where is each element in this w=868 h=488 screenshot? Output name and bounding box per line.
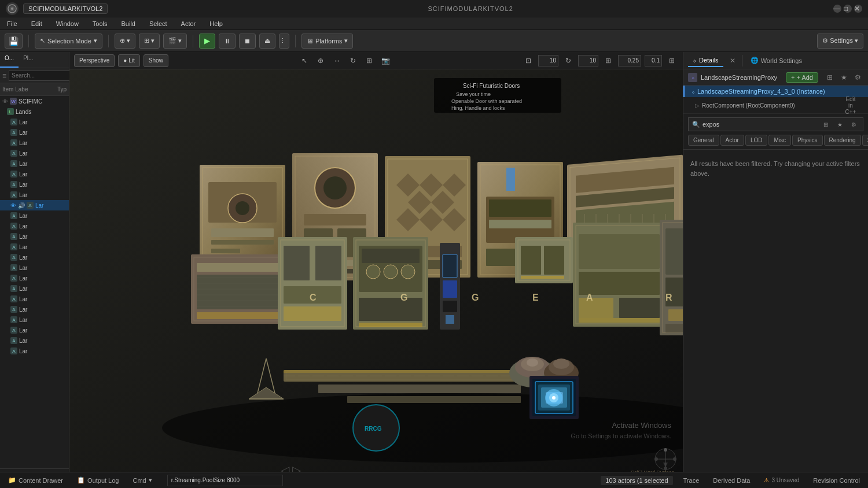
- details-search-input[interactable]: [703, 121, 818, 128]
- details-close-button[interactable]: ✕: [727, 55, 738, 66]
- filter-lod[interactable]: LOD: [745, 135, 768, 146]
- menu-help[interactable]: Help: [207, 19, 225, 28]
- selection-mode-button[interactable]: ↖ Selection Mode ▾: [35, 34, 102, 49]
- root-component-item[interactable]: ▷ RootComponent (RootComponent0) Edit in…: [683, 97, 868, 114]
- grid-button[interactable]: ⊞ ▾: [139, 34, 160, 49]
- select-icon[interactable]: ↖: [298, 54, 311, 67]
- list-item[interactable]: A Lar: [0, 148, 69, 158]
- list-item[interactable]: A Lar: [0, 294, 69, 304]
- list-item[interactable]: A Lar: [0, 169, 69, 179]
- outliner-menu-icon[interactable]: ≡: [2, 72, 6, 80]
- cmd-input[interactable]: [167, 475, 283, 486]
- perspective-button[interactable]: Perspective: [74, 54, 115, 67]
- list-item[interactable]: A Lar: [0, 127, 69, 138]
- list-item[interactable]: A Lar: [0, 221, 69, 231]
- list-item[interactable]: A Lar: [0, 179, 69, 190]
- grid-view-button[interactable]: ⊞: [824, 72, 836, 83]
- unsaved-button[interactable]: ⚠ 3 Unsaved: [760, 476, 803, 485]
- grid-snap-icon[interactable]: ⊡: [522, 54, 535, 67]
- extra-play-button[interactable]: ⋮: [279, 34, 289, 49]
- viewport[interactable]: Perspective ● Lit Show ↖ ⊕ ↔ ↻ ⊞ 📷 ⊡ ↻ ⊞…: [69, 52, 683, 488]
- settings-button[interactable]: ⚙ Settings ▾: [817, 34, 863, 49]
- snap-to-surface-icon[interactable]: ⊕: [314, 54, 327, 67]
- filter-physics[interactable]: Physics: [792, 135, 822, 146]
- outliner-tab[interactable]: O...: [0, 52, 19, 68]
- details-tab[interactable]: ⬦ Details: [688, 54, 723, 67]
- filter-streaming[interactable]: Streaming: [862, 135, 868, 146]
- list-item[interactable]: A Lar: [0, 117, 69, 127]
- list-item[interactable]: A Lar: [0, 231, 69, 242]
- menu-tools[interactable]: Tools: [90, 19, 110, 28]
- sequence-button[interactable]: 🎬 ▾: [163, 34, 187, 49]
- trace-button[interactable]: Trace: [680, 476, 703, 485]
- scale-snap-value[interactable]: [618, 55, 641, 66]
- list-item[interactable]: A Lar: [0, 210, 69, 221]
- minimize-button[interactable]: —: [833, 5, 841, 13]
- camera-icon[interactable]: 📷: [379, 54, 392, 67]
- output-log-button[interactable]: 📋 Output Log: [73, 475, 122, 485]
- outliner-list[interactable]: 👁 W SCIFIMC L Lands A Lar A Lar A Lar A: [0, 96, 69, 468]
- menu-actor[interactable]: Actor: [179, 19, 198, 28]
- menu-select[interactable]: Select: [147, 19, 170, 28]
- rotate-icon[interactable]: ↻: [347, 54, 359, 67]
- show-button[interactable]: Show: [144, 54, 168, 67]
- list-item[interactable]: L Lands: [0, 106, 69, 117]
- world-settings-tab[interactable]: 🌐 World Settings: [746, 54, 807, 66]
- settings-button[interactable]: ⚙: [852, 72, 863, 83]
- list-item[interactable]: 👁 W SCIFIMC: [0, 96, 69, 106]
- derived-data-button[interactable]: Derived Data: [709, 476, 753, 485]
- menu-window[interactable]: Window: [54, 19, 81, 28]
- eject-button[interactable]: ⏏: [259, 34, 275, 49]
- list-item[interactable]: A Lar: [0, 190, 69, 200]
- list-item[interactable]: A Lar: [0, 335, 69, 346]
- lit-button[interactable]: ● Lit: [118, 54, 140, 67]
- list-item[interactable]: A Lar: [0, 138, 69, 148]
- close-button[interactable]: ✕: [854, 5, 862, 13]
- list-item[interactable]: A Lar: [0, 273, 69, 283]
- list-item[interactable]: A Lar: [0, 304, 69, 315]
- instance-list-item[interactable]: ⬦ LandscapeStreamingProxy_4_3_0 (Instanc…: [683, 86, 868, 97]
- filter-rendering[interactable]: Rendering: [824, 135, 861, 146]
- content-drawer-button[interactable]: 📁 Content Drawer: [5, 475, 67, 485]
- search-settings-icon[interactable]: ⚙: [848, 119, 859, 130]
- edit-in-cpp-button[interactable]: Edit in C++: [845, 99, 856, 111]
- search-table-icon[interactable]: ⊞: [820, 119, 832, 130]
- filter-actor[interactable]: Actor: [720, 135, 744, 146]
- move-icon[interactable]: ⊞: [363, 54, 376, 67]
- scale-snap-icon[interactable]: ⊞: [602, 54, 615, 67]
- grid-snap-value[interactable]: [538, 55, 558, 66]
- star-button[interactable]: ★: [838, 72, 849, 83]
- list-item[interactable]: A Lar: [0, 346, 69, 356]
- list-item[interactable]: A Lar: [0, 315, 69, 325]
- menu-file[interactable]: File: [5, 19, 20, 28]
- revision-control-button[interactable]: Revision Control: [810, 476, 863, 485]
- play-button[interactable]: ▶: [199, 34, 215, 49]
- placement-tab[interactable]: Pl...: [19, 52, 38, 68]
- list-item[interactable]: A Lar: [0, 242, 69, 252]
- save-button[interactable]: 💾: [5, 34, 23, 49]
- search-star-icon[interactable]: ★: [834, 119, 845, 130]
- list-item[interactable]: A Lar: [0, 252, 69, 263]
- menu-build[interactable]: Build: [119, 19, 138, 28]
- menu-edit[interactable]: Edit: [29, 19, 45, 28]
- list-item[interactable]: A Lar: [0, 325, 69, 335]
- pause-button[interactable]: ⏸: [219, 34, 236, 49]
- camera-speed-value[interactable]: [645, 55, 662, 66]
- stop-button[interactable]: ⏹: [239, 34, 256, 49]
- cmd-button[interactable]: Cmd ▾: [129, 475, 155, 485]
- filter-general[interactable]: General: [688, 135, 719, 146]
- rotation-snap-icon[interactable]: ↻: [562, 54, 575, 67]
- add-component-button[interactable]: + + Add: [786, 72, 818, 83]
- list-item-selected[interactable]: 👁 🔊 A Lar: [0, 200, 69, 210]
- filter-misc[interactable]: Misc: [768, 135, 791, 146]
- restore-button[interactable]: □: [844, 5, 852, 13]
- viewport-layout-icon[interactable]: ⊞: [665, 54, 678, 67]
- list-item[interactable]: A Lar: [0, 158, 69, 169]
- transform-icon[interactable]: ↔: [330, 54, 343, 67]
- platforms-button[interactable]: 🖥 Platforms ▾: [301, 34, 353, 49]
- list-item[interactable]: A Lar: [0, 263, 69, 273]
- list-item[interactable]: A Lar: [0, 283, 69, 294]
- rotation-snap-value[interactable]: [578, 55, 598, 66]
- window-controls[interactable]: — □ ✕: [833, 5, 862, 13]
- transform-button[interactable]: ⊕ ▾: [115, 34, 135, 49]
